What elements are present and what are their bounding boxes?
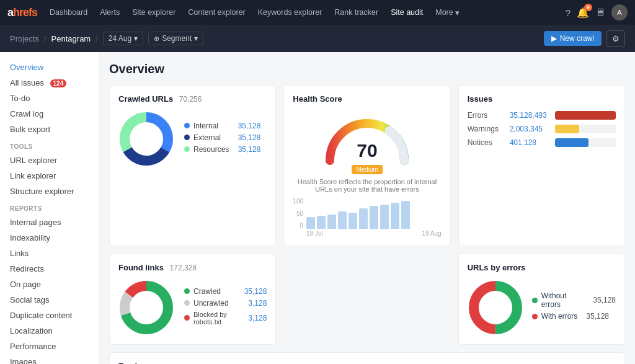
- nav-more[interactable]: More ▾: [430, 6, 464, 20]
- sidebar-item-on-page[interactable]: On page: [0, 277, 99, 292]
- health-score-badge: Medium: [352, 165, 383, 174]
- main-layout: Overview All issues 124 To-do Crawl log …: [0, 52, 635, 364]
- nav-right-icons: ? 🔔 9 🖥 A: [566, 4, 628, 20]
- health-chart: 100 50 0 19 Jul 19 Aug: [293, 198, 441, 237]
- crawled-urls-title: Crawled URLs 70,256: [118, 94, 267, 104]
- crawled-urls-total: 70,256: [179, 95, 202, 104]
- found-links-donut-row: Crawled 35,128 Uncrawled 3,128 Blocked b…: [118, 280, 267, 335]
- sidebar-item-crawl-log[interactable]: Crawl log: [0, 106, 99, 122]
- sidebar-item-localization[interactable]: Localization: [0, 323, 99, 339]
- sidebar-item-indexability[interactable]: Indexability: [0, 230, 99, 246]
- sidebar-item-all-issues[interactable]: All issues 124: [0, 75, 99, 91]
- found-links-title: Found links 172,328: [118, 263, 267, 272]
- legend-external: External 35,128: [184, 133, 260, 142]
- without-errors-dot: [532, 298, 538, 303]
- urls-by-errors-donut: [468, 280, 523, 335]
- found-links-donut: [118, 280, 174, 335]
- crawled-dot: [184, 288, 190, 294]
- health-bars: [306, 198, 442, 229]
- issues-title: Issues: [468, 94, 616, 104]
- help-icon[interactable]: ?: [566, 7, 571, 18]
- chevron-down-icon: ▾: [194, 34, 198, 43]
- issue-errors-row: Errors 35,128,493: [468, 111, 616, 120]
- svg-point-9: [130, 291, 162, 324]
- urls-by-errors-title: URLs by errors: [468, 263, 616, 272]
- segment-selector[interactable]: ⊕ Segment ▾: [148, 32, 203, 45]
- breadcrumb-sep1: /: [44, 34, 47, 43]
- issue-warnings-fill: [555, 125, 579, 133]
- issue-notices-row: Notices 401,128: [468, 138, 616, 147]
- sidebar-item-duplicate-content[interactable]: Duplicate content: [0, 308, 99, 323]
- sidebar-item-performance[interactable]: Performance: [0, 339, 99, 354]
- settings-button[interactable]: ⚙: [606, 30, 625, 47]
- breadcrumb-projects[interactable]: Projects: [10, 34, 39, 43]
- cards-row-1: Crawled URLs 70,256: [109, 85, 625, 246]
- sidebar-item-url-explorer[interactable]: URL explorer: [0, 153, 99, 168]
- issues-content: Errors 35,128,493 Warnings 2,003,345: [468, 111, 616, 147]
- health-bar: [338, 211, 347, 229]
- issue-warnings-value: 2,003,345: [510, 125, 550, 133]
- issue-notices-fill: [555, 138, 588, 147]
- health-bar: [327, 215, 336, 229]
- internal-dot: [184, 123, 190, 128]
- svg-point-13: [479, 291, 512, 324]
- external-dot: [184, 135, 190, 140]
- sidebar-item-bulk-export[interactable]: Bulk export: [0, 122, 99, 137]
- blocked-dot: [184, 315, 190, 321]
- issue-notices-value: 401,128: [510, 138, 550, 147]
- nav-keywords-explorer[interactable]: Keywords explorer: [253, 6, 327, 19]
- breadcrumb-actions: ▶ New crawl ⚙: [544, 30, 625, 47]
- urls-by-errors-card: URLs by errors: [458, 254, 625, 345]
- monitor-icon[interactable]: 🖥: [595, 7, 605, 18]
- health-bar: [306, 217, 315, 229]
- issue-notices-track: [555, 138, 616, 147]
- health-score-number: 70: [357, 140, 377, 161]
- notifications-icon[interactable]: 🔔 9: [577, 7, 589, 19]
- sidebar-item-social-tags[interactable]: Social tags: [0, 292, 99, 308]
- crawled-urls-donut: [118, 111, 174, 167]
- top-navigation: ahrefs Dashboard Alerts Site explorer Co…: [0, 0, 635, 25]
- sidebar-item-images[interactable]: Images: [0, 354, 99, 364]
- urls-by-errors-content: Without errors 35,128 With errors 35,128: [468, 280, 616, 335]
- crawled-urls-donut-row: Internal 35,128 External 35,128 Resource…: [118, 111, 267, 167]
- nav-alerts[interactable]: Alerts: [95, 6, 125, 19]
- health-bar: [349, 213, 357, 229]
- sidebar-reports-label: REPORTS: [0, 199, 99, 215]
- sidebar-item-links[interactable]: Links: [0, 246, 99, 261]
- issue-errors-value: 35,128,493: [510, 111, 550, 120]
- sidebar-item-internal-pages[interactable]: Internal pages: [0, 215, 99, 230]
- breadcrumb-project[interactable]: Pentagram: [51, 34, 91, 43]
- health-bar: [359, 208, 368, 229]
- found-links-legend: Crawled 35,128 Uncrawled 3,128 Blocked b…: [184, 287, 267, 329]
- nav-rank-tracker[interactable]: Rank tracker: [329, 6, 383, 19]
- date-selector[interactable]: 24 Aug ▾: [103, 32, 143, 45]
- sidebar-item-overview[interactable]: Overview: [0, 60, 99, 75]
- sidebar-item-todo[interactable]: To-do: [0, 91, 99, 106]
- breadcrumb-sep2: /: [95, 34, 98, 43]
- sidebar-item-redirects[interactable]: Redirects: [0, 261, 99, 277]
- sidebar-item-link-explorer[interactable]: Link explorer: [0, 168, 99, 184]
- legend-uncrawled: Uncrawled 3,128: [184, 299, 267, 308]
- nav-site-explorer[interactable]: Site explorer: [127, 6, 180, 19]
- nav-dashboard[interactable]: Dashboard: [45, 6, 92, 19]
- health-bar: [401, 201, 410, 229]
- sidebar-tools-label: TOOLS: [0, 137, 99, 153]
- main-content: Overview Crawled URLs 70,256: [99, 52, 635, 364]
- issue-warnings-label: Warnings: [468, 125, 505, 133]
- nav-site-audit[interactable]: Site audit: [386, 6, 428, 19]
- legend-blocked: Blocked by robots.txt 3,128: [184, 311, 267, 326]
- top-issues-title: Top issues: [118, 362, 616, 364]
- health-bar: [391, 203, 399, 229]
- issue-errors-track: [555, 111, 616, 120]
- legend-without-errors: Without errors 35,128: [532, 291, 616, 309]
- crawled-urls-legend: Internal 35,128 External 35,128 Resource…: [184, 122, 260, 157]
- sidebar-item-structure-explorer[interactable]: Structure explorer: [0, 184, 99, 199]
- health-bar: [380, 205, 389, 229]
- new-crawl-button[interactable]: ▶ New crawl: [544, 31, 602, 46]
- user-avatar[interactable]: A: [611, 4, 628, 20]
- logo[interactable]: ahrefs: [7, 6, 37, 19]
- with-errors-dot: [532, 314, 538, 319]
- crawled-urls-card: Crawled URLs 70,256: [109, 85, 276, 246]
- issue-errors-fill: [555, 111, 616, 120]
- nav-content-explorer[interactable]: Content explorer: [183, 6, 250, 19]
